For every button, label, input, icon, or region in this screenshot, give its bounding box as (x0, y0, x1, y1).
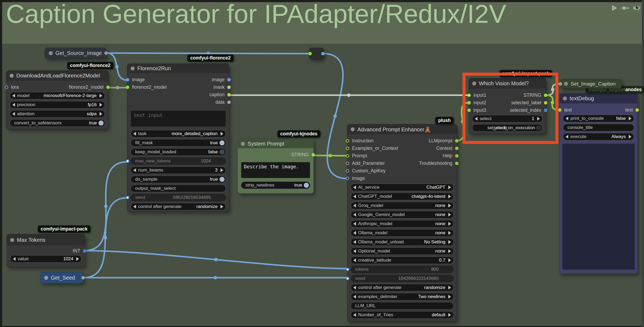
decrement-arrow[interactable] (353, 313, 356, 317)
decrement-arrow[interactable] (566, 117, 568, 120)
increment-arrow[interactable] (629, 135, 631, 139)
mask-slot-dot[interactable] (227, 86, 231, 89)
decrement-arrow[interactable] (353, 295, 356, 299)
widget-sel_mode[interactable]: sel_modeselect_on_execution (472, 124, 543, 132)
STRING-slot-dot[interactable] (312, 153, 315, 157)
increment-arrow[interactable] (100, 103, 102, 107)
increment-arrow[interactable] (221, 132, 223, 136)
toggle-knob[interactable] (304, 183, 309, 188)
increment-arrow[interactable] (448, 195, 451, 198)
increment-arrow[interactable] (100, 94, 102, 98)
image-slot-dot[interactable] (227, 78, 231, 81)
decrement-arrow[interactable] (566, 135, 568, 139)
widget-Ollama_model_unload[interactable]: Ollama_model_unloadNo Setting (351, 238, 454, 246)
widget-seed[interactable]: seed595228218534695 (131, 194, 226, 201)
output-slot-selected_index[interactable]: selected_index (507, 106, 546, 114)
widget-Anthropic_model[interactable]: Anthropic_modelnone (351, 220, 454, 228)
output-slot-STRING[interactable]: STRING (238, 151, 313, 158)
image-slot-dot[interactable] (346, 177, 349, 180)
INT-slot-dot[interactable] (83, 249, 86, 253)
decrement-arrow[interactable] (12, 103, 15, 107)
toggle-knob[interactable] (219, 177, 225, 182)
lora-slot-dot[interactable] (5, 86, 8, 89)
input-slot-input3[interactable]: input3 (469, 106, 507, 114)
output-slot-STRING[interactable]: STRING (507, 91, 546, 99)
LLMprompt-slot-dot[interactable] (455, 139, 459, 143)
toggle-knob[interactable] (536, 125, 541, 131)
toggle-knob[interactable] (219, 150, 225, 155)
input-slot-Add_Parameter[interactable]: Add_Parameter (347, 159, 402, 167)
widget-fill_mask[interactable]: fill_masktrue (131, 139, 226, 147)
output-slot-data[interactable]: data (178, 98, 229, 106)
input-slot-Custom_ApiKey[interactable]: Custom_ApiKey (347, 167, 402, 174)
toggle-knob[interactable] (99, 121, 104, 126)
increment-arrow[interactable] (537, 117, 540, 121)
increment-arrow[interactable] (221, 205, 223, 209)
group-toolbar[interactable] (611, 3, 641, 13)
Context-slot-dot[interactable] (455, 147, 459, 150)
input-slot-florence2_model[interactable]: florence2_model (127, 83, 178, 91)
decrement-arrow[interactable] (12, 112, 15, 116)
output-slot-selected_label[interactable]: selected_label (507, 99, 546, 106)
output-slot-Context[interactable]: Context (402, 144, 457, 152)
output-slot-Help[interactable]: Help (402, 152, 457, 159)
increment-arrow[interactable] (100, 112, 102, 116)
decrement-arrow[interactable] (13, 257, 16, 261)
widget-console_title[interactable]: console_title (563, 124, 634, 131)
selected_label-slot-dot[interactable] (544, 101, 547, 105)
widget-output_mask_select[interactable]: output_mask_select (131, 185, 226, 192)
decrement-arrow[interactable] (133, 205, 136, 209)
comfyui-canvas[interactable]: Caption Generator for IPAdapter/Redux/I2… (0, 0, 644, 327)
widget-num_beams[interactable]: num_beams3 (131, 166, 226, 174)
florence2_model-slot-dot[interactable] (126, 86, 129, 89)
output-slot-mask[interactable]: mask (178, 83, 229, 91)
decrement-arrow[interactable] (12, 94, 15, 98)
text-slot-dot[interactable] (635, 108, 639, 112)
collapse-dot[interactable] (241, 142, 245, 146)
text-input-textarea[interactable]: text_input (131, 111, 226, 127)
Examples_or_Context-slot-dot[interactable] (346, 147, 349, 150)
selected_index-slot-dot[interactable] (544, 109, 547, 112)
input-slot-text[interactable]: text (560, 106, 598, 114)
input-slot-Prompt[interactable]: Prompt (347, 152, 402, 159)
collapse-dot[interactable] (44, 276, 48, 280)
node-which-vision-model[interactable]: Which Vision Model? input1input2input3 S… (469, 78, 546, 134)
output-dot[interactable] (104, 51, 108, 55)
widget-creative_latitude[interactable]: creative_latitude0.7 (351, 257, 454, 264)
node-set-image-caption[interactable]: Set_Image_Caption (560, 79, 622, 88)
decrement-arrow[interactable] (133, 168, 136, 172)
node-get-seed[interactable]: Get_Seed (40, 272, 84, 283)
increment-arrow[interactable] (448, 240, 451, 244)
Instruction-slot-dot[interactable] (346, 139, 349, 143)
input-slot-image[interactable]: image (127, 76, 178, 83)
increment-arrow[interactable] (448, 222, 451, 226)
node-max-tokens[interactable]: Max Tokens INT value1024 (7, 234, 85, 267)
widget-Groq_model[interactable]: Groq_modelnone (351, 202, 454, 209)
widget-convert_to_safetensors[interactable]: convert_to_safetensorstrue (10, 119, 105, 127)
STRING-slot-dot[interactable] (544, 94, 547, 97)
reroute-output-dot[interactable] (321, 52, 325, 55)
collapse-dot[interactable] (49, 51, 53, 55)
collapse-dot[interactable] (131, 66, 135, 70)
widget-Number_of_Tries[interactable]: Number_of_Triesdefault (351, 311, 454, 319)
increment-arrow[interactable] (448, 213, 451, 217)
increment-arrow[interactable] (448, 258, 451, 262)
widget-do_sample[interactable]: do_sampletrue (131, 176, 226, 183)
output-slot-INT[interactable]: INT (7, 247, 85, 255)
input-slot-lora[interactable]: lora (6, 83, 57, 91)
decrement-arrow[interactable] (353, 185, 356, 189)
collapse-dot[interactable] (10, 74, 14, 78)
play-icon[interactable] (611, 4, 618, 12)
decrement-arrow[interactable] (353, 213, 356, 217)
increment-arrow[interactable] (448, 249, 451, 253)
toggle-knob[interactable] (219, 140, 225, 146)
widget-print_to_console[interactable]: print_to_consolefalse (563, 115, 634, 122)
system-prompt-textarea[interactable]: Describe the image. (241, 162, 310, 178)
increment-arrow[interactable] (221, 168, 223, 172)
node-system-prompt[interactable]: System Prompt STRING Describe the image.… (237, 139, 314, 194)
input3-slot-dot[interactable] (467, 109, 471, 112)
Add_Parameter-slot-dot[interactable] (346, 162, 349, 165)
widget-ChatGPT_model[interactable]: ChatGPT_modelchatgpt-4o-latest (351, 193, 454, 200)
input1-slot-dot[interactable] (467, 94, 471, 97)
collapse-dot[interactable] (564, 82, 568, 86)
